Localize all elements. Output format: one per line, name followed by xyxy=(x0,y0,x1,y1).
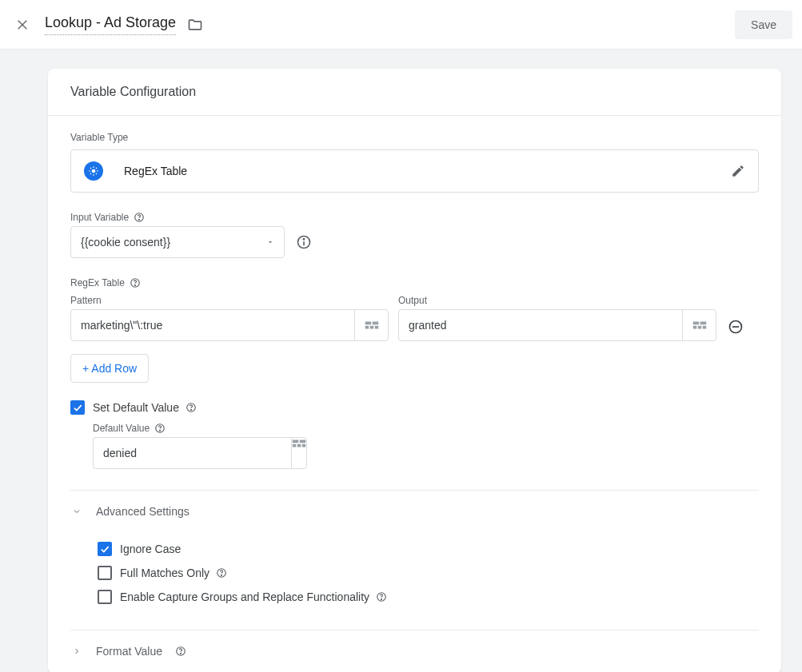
save-button[interactable]: Save xyxy=(735,10,792,39)
pattern-input[interactable] xyxy=(71,310,354,340)
svg-point-32 xyxy=(221,575,222,575)
dialog-body: Variable Configuration Variable Type Reg… xyxy=(0,50,802,672)
svg-rect-17 xyxy=(692,326,696,329)
check-icon xyxy=(99,543,110,555)
folder-icon xyxy=(187,17,203,33)
card-title: Variable Configuration xyxy=(48,69,781,116)
full-matches-label: Full Matches Only xyxy=(120,567,209,579)
set-default-checkbox[interactable] xyxy=(70,400,85,415)
set-default-label: Set Default Value xyxy=(93,401,179,414)
page-title[interactable]: Lookup - Ad Storage xyxy=(45,14,176,35)
check-icon xyxy=(72,402,83,413)
default-value-label: Default Value xyxy=(93,423,759,434)
help-icon[interactable] xyxy=(154,423,166,434)
help-icon[interactable] xyxy=(130,277,141,288)
variable-insert-button[interactable] xyxy=(682,310,716,340)
full-matches-checkbox[interactable] xyxy=(98,566,112,580)
svg-point-36 xyxy=(181,653,182,654)
svg-rect-19 xyxy=(702,326,706,329)
dialog-header: Lookup - Ad Storage Save xyxy=(0,0,802,50)
chevron-right-icon xyxy=(70,646,83,656)
ignore-case-checkbox[interactable] xyxy=(98,542,112,556)
variable-insert-button[interactable] xyxy=(291,438,306,468)
folder-button[interactable] xyxy=(187,17,203,33)
help-icon[interactable] xyxy=(216,567,227,579)
format-value-toggle[interactable]: Format Value xyxy=(70,630,759,672)
output-input[interactable] xyxy=(399,310,682,340)
ignore-case-label: Ignore Case xyxy=(120,543,181,555)
advanced-settings-label: Advanced Settings xyxy=(96,505,190,518)
svg-rect-12 xyxy=(365,326,369,329)
chevron-down-icon xyxy=(266,238,274,246)
capture-groups-label: Enable Capture Groups and Replace Functi… xyxy=(120,590,369,603)
svg-rect-10 xyxy=(365,322,371,325)
close-icon xyxy=(16,18,29,31)
remove-row-button[interactable] xyxy=(726,319,745,341)
brick-icon xyxy=(365,320,379,331)
svg-point-7 xyxy=(303,239,304,240)
variable-type-name: RegEx Table xyxy=(124,165,187,177)
variable-config-card: Variable Configuration Variable Type Reg… xyxy=(48,69,781,672)
info-button[interactable] xyxy=(296,234,312,250)
svg-point-9 xyxy=(134,284,135,285)
close-button[interactable] xyxy=(10,12,35,38)
default-value-input[interactable] xyxy=(94,438,291,468)
help-icon[interactable] xyxy=(186,402,197,413)
pattern-header: Pattern xyxy=(70,295,389,306)
regex-table-row: Pattern Output xyxy=(70,295,759,341)
svg-point-34 xyxy=(381,598,382,599)
advanced-settings-toggle[interactable]: Advanced Settings xyxy=(70,491,759,532)
svg-rect-28 xyxy=(293,444,297,447)
svg-rect-16 xyxy=(700,322,706,325)
brick-icon xyxy=(292,438,306,449)
capture-groups-checkbox[interactable] xyxy=(98,590,112,604)
svg-rect-11 xyxy=(372,322,378,325)
chevron-down-icon xyxy=(70,507,83,516)
help-icon[interactable] xyxy=(175,646,186,657)
svg-point-2 xyxy=(92,169,96,173)
variable-type-selector[interactable]: RegEx Table xyxy=(70,149,759,193)
svg-rect-14 xyxy=(374,326,378,329)
edit-icon xyxy=(731,164,745,178)
svg-rect-27 xyxy=(300,440,306,443)
svg-rect-15 xyxy=(692,322,699,325)
input-variable-label: Input Variable xyxy=(70,212,759,223)
svg-rect-29 xyxy=(297,444,301,447)
help-icon[interactable] xyxy=(376,591,387,602)
svg-point-4 xyxy=(139,219,140,220)
svg-rect-18 xyxy=(697,326,701,329)
output-header: Output xyxy=(398,295,716,306)
minus-circle-icon xyxy=(728,319,744,335)
svg-rect-26 xyxy=(293,440,299,443)
variable-type-label: Variable Type xyxy=(70,132,759,143)
add-row-button[interactable]: + Add Row xyxy=(70,354,149,383)
regex-table-icon xyxy=(84,161,103,181)
brick-icon xyxy=(692,320,707,331)
help-icon[interactable] xyxy=(134,212,145,223)
format-value-label: Format Value xyxy=(96,645,162,658)
input-variable-dropdown[interactable]: {{cookie consent}} xyxy=(70,226,285,258)
svg-point-25 xyxy=(160,430,161,431)
svg-rect-30 xyxy=(302,444,306,447)
input-variable-value: {{cookie consent}} xyxy=(81,236,266,249)
variable-insert-button[interactable] xyxy=(354,310,388,340)
regex-table-label: RegEx Table xyxy=(70,277,759,288)
svg-point-23 xyxy=(190,409,191,410)
svg-rect-13 xyxy=(369,326,373,329)
